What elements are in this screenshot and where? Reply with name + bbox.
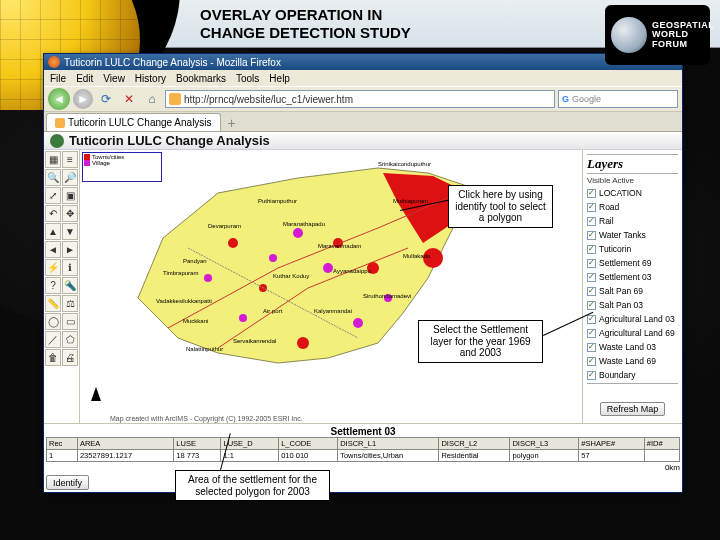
layer-item[interactable]: ✓LOCATION: [587, 186, 678, 200]
refresh-map-button[interactable]: Refresh Map: [600, 402, 666, 416]
layer-label: Water Tanks: [599, 230, 646, 240]
attr-cell: 1: [47, 450, 78, 462]
select-poly-button[interactable]: ⬠: [62, 331, 78, 348]
svg-text:Maranathapadu: Maranathapadu: [283, 221, 325, 227]
clear-button[interactable]: 🗑: [45, 349, 61, 366]
hyperlink-button[interactable]: ⚡: [45, 259, 61, 276]
back-button[interactable]: ◄: [48, 88, 70, 110]
tab-active[interactable]: Tuticorin LULC Change Analysis: [46, 113, 221, 131]
layer-item[interactable]: ✓Rail: [587, 214, 678, 228]
layer-checkbox[interactable]: ✓: [587, 343, 596, 352]
layer-checkbox[interactable]: ✓: [587, 315, 596, 324]
attr-table: RecAREALUSELUSE_DL_CODEDISCR_L1DISCR_L2D…: [46, 437, 680, 462]
layers-title: Layers: [587, 156, 678, 172]
nav-toolbar: ◄ ► ⟳ ✕ ⌂ http://prncq/website/luc_c1/vi…: [44, 86, 682, 112]
measure-button[interactable]: 📏: [45, 295, 61, 312]
layer-checkbox[interactable]: ✓: [587, 287, 596, 296]
stop-button[interactable]: ✕: [119, 89, 139, 109]
identify-button[interactable]: ℹ: [62, 259, 78, 276]
layer-item[interactable]: ✓Tuticorin: [587, 242, 678, 256]
toggle-overview-button[interactable]: ▦: [45, 151, 61, 168]
firefox-icon: [48, 56, 60, 68]
buffer-button[interactable]: ◯: [45, 313, 61, 330]
svg-point-3: [297, 337, 309, 349]
legend-village: Village: [92, 160, 110, 166]
layer-checkbox[interactable]: ✓: [587, 329, 596, 338]
pan-west-button[interactable]: ◄: [45, 241, 61, 258]
north-arrow-icon: [88, 387, 104, 413]
svg-text:Siruthondamadevi: Siruthondamadevi: [363, 293, 411, 299]
query-button[interactable]: ?: [45, 277, 61, 294]
zoom-last-button[interactable]: ↶: [45, 205, 61, 222]
layer-item[interactable]: ✓Road: [587, 200, 678, 214]
select-line-button[interactable]: ／: [45, 331, 61, 348]
layer-checkbox[interactable]: ✓: [587, 245, 596, 254]
layer-checkbox[interactable]: ✓: [587, 371, 596, 380]
find-button[interactable]: 🔦: [62, 277, 78, 294]
menu-tools[interactable]: Tools: [236, 73, 259, 84]
pan-south-button[interactable]: ▼: [62, 223, 78, 240]
layer-label: Waste Land 03: [599, 342, 656, 352]
svg-text:Mullakadu: Mullakadu: [403, 253, 430, 259]
svg-point-4: [228, 238, 238, 248]
address-bar[interactable]: http://prncq/website/luc_c1/viewer.htm: [165, 90, 555, 108]
print-button[interactable]: 🖨: [62, 349, 78, 366]
pan-east-button[interactable]: ►: [62, 241, 78, 258]
pan-north-button[interactable]: ▲: [45, 223, 61, 240]
layer-checkbox[interactable]: ✓: [587, 357, 596, 366]
layer-item[interactable]: ✓Boundary: [587, 368, 678, 382]
menu-help[interactable]: Help: [269, 73, 290, 84]
layer-item[interactable]: ✓Settlement 03: [587, 270, 678, 284]
tool-palette: ▦ ≡ 🔍 🔎 ⤢ ▣ ↶ ✥ ▲ ▼ ◄ ► ⚡ ℹ ? 🔦 📏 ⚖ ◯ ▭: [44, 150, 80, 423]
layer-label: Settlement 69: [599, 258, 651, 268]
menu-bookmarks[interactable]: Bookmarks: [176, 73, 226, 84]
pan-button[interactable]: ✥: [62, 205, 78, 222]
layer-item[interactable]: ✓Settlement 69: [587, 256, 678, 270]
layer-item[interactable]: ✓Salt Pan 69: [587, 284, 678, 298]
window-title: Tuticorin LULC Change Analysis - Mozilla…: [64, 57, 281, 68]
layer-checkbox[interactable]: ✓: [587, 189, 596, 198]
toggle-legend-button[interactable]: ≡: [62, 151, 78, 168]
search-box[interactable]: Google: [558, 90, 678, 108]
menu-history[interactable]: History: [135, 73, 166, 84]
globe-icon: [611, 17, 647, 53]
zoom-full-button[interactable]: ⤢: [45, 187, 61, 204]
layer-label: Salt Pan 03: [599, 300, 643, 310]
home-button[interactable]: ⌂: [142, 89, 162, 109]
units-button[interactable]: ⚖: [62, 295, 78, 312]
menu-file[interactable]: File: [50, 73, 66, 84]
layer-checkbox[interactable]: ✓: [587, 259, 596, 268]
scale-bar: 0km: [46, 463, 680, 472]
layer-item[interactable]: ✓Waste Land 03: [587, 340, 678, 354]
layer-item[interactable]: ✓Salt Pan 03: [587, 298, 678, 312]
attr-cell: Residential: [439, 450, 510, 462]
attr-header: DISCR_L3: [510, 438, 579, 450]
legend-thumbnail[interactable]: Towns/cities Village: [82, 152, 162, 182]
layer-label: Salt Pan 69: [599, 286, 643, 296]
reload-button[interactable]: ⟳: [96, 89, 116, 109]
forward-button[interactable]: ►: [73, 89, 93, 109]
zoom-in-button[interactable]: 🔍: [45, 169, 61, 186]
svg-text:Ayyanadaippu: Ayyanadaippu: [333, 268, 371, 274]
new-tab-button[interactable]: +: [223, 115, 241, 131]
zoom-out-button[interactable]: 🔎: [62, 169, 78, 186]
identify-button-bottom[interactable]: Identify: [46, 475, 89, 490]
window-titlebar[interactable]: Tuticorin LULC Change Analysis - Mozilla…: [44, 54, 682, 70]
zoom-active-button[interactable]: ▣: [62, 187, 78, 204]
layer-item[interactable]: ✓Agricultural Land 03: [587, 312, 678, 326]
menu-view[interactable]: View: [103, 73, 125, 84]
layer-checkbox[interactable]: ✓: [587, 217, 596, 226]
layer-item[interactable]: ✓Water Tanks: [587, 228, 678, 242]
layer-item[interactable]: ✓Agricultural Land 69: [587, 326, 678, 340]
layer-checkbox[interactable]: ✓: [587, 231, 596, 240]
layer-item[interactable]: ✓Waste Land 69: [587, 354, 678, 368]
attr-header: LUSE: [174, 438, 221, 450]
menu-edit[interactable]: Edit: [76, 73, 93, 84]
select-rect-button[interactable]: ▭: [62, 313, 78, 330]
layer-checkbox[interactable]: ✓: [587, 301, 596, 310]
layer-checkbox[interactable]: ✓: [587, 203, 596, 212]
svg-text:Muthiapuram: Muthiapuram: [393, 198, 428, 204]
attr-header: L_CODE: [279, 438, 338, 450]
favicon: [169, 93, 181, 105]
layer-checkbox[interactable]: ✓: [587, 273, 596, 282]
